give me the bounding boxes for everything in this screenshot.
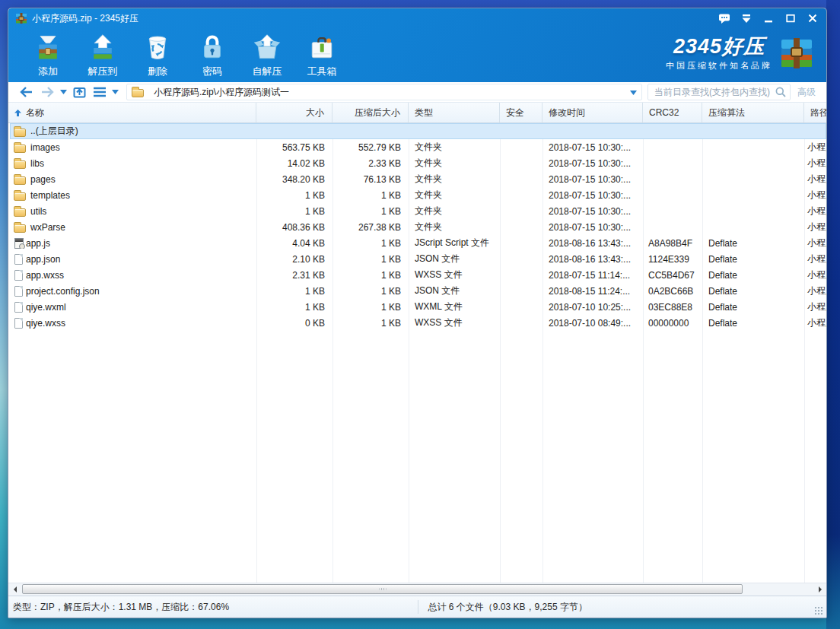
table-row[interactable]: libs 14.02 KB 2.33 KB 文件夹 2018-07-15 10:… [10, 155, 826, 171]
add-button[interactable]: 添加 [21, 32, 75, 78]
table-row[interactable]: wxParse 408.36 KB 267.38 KB 文件夹 2018-07-… [10, 219, 826, 235]
packed-size: 1 KB [332, 238, 409, 249]
delete-button[interactable]: 删除 [130, 32, 185, 78]
history-dropdown-icon[interactable] [60, 84, 67, 100]
table-row[interactable]: project.config.json 1 KB 1 KB JSON 文件 20… [10, 283, 826, 299]
modified-time: 2018-07-15 10:30:... [542, 222, 643, 233]
table-row[interactable]: images 563.75 KB 552.79 KB 文件夹 2018-07-1… [10, 139, 826, 155]
folder-icon [14, 224, 26, 233]
view-dropdown-icon[interactable] [112, 84, 119, 100]
column-header-modified[interactable]: 修改时间 [542, 103, 643, 122]
file-path: 小程序源 [804, 316, 826, 329]
file-type: 文件夹 [409, 157, 500, 170]
scroll-right-icon[interactable] [813, 583, 826, 596]
file-type: WXSS 文件 [409, 268, 500, 281]
modified-time: 2018-07-15 10:30:... [542, 190, 643, 201]
column-header-crc32[interactable]: CRC32 [643, 103, 702, 122]
scrollbar-track[interactable] [21, 583, 813, 596]
back-icon[interactable] [19, 84, 34, 100]
table-row[interactable]: utils 1 KB 1 KB 文件夹 2018-07-15 10:30:...… [10, 203, 826, 219]
address-dropdown-icon[interactable] [630, 87, 637, 97]
add-archive-icon [32, 33, 64, 63]
forward-icon[interactable] [40, 84, 55, 100]
table-row[interactable]: templates 1 KB 1 KB 文件夹 2018-07-15 10:30… [10, 187, 826, 203]
column-header-size[interactable]: 大小 [256, 103, 332, 122]
file-icon [14, 254, 23, 265]
table-row[interactable]: app.js 4.04 KB 1 KB JScript Script 文件 20… [10, 235, 826, 251]
total-files-text: 总计 6 个文件（9.03 KB，9,255 字节） [418, 601, 815, 614]
packed-size: 267.38 KB [332, 222, 409, 233]
column-header-type[interactable]: 类型 [409, 103, 500, 122]
feedback-icon[interactable] [717, 11, 732, 25]
password-lock-icon [196, 33, 228, 63]
file-icon [14, 270, 23, 281]
table-row[interactable]: ..(上层目录) [10, 123, 826, 139]
address-path: 小程序源码.zip\小程序源码测试一 [154, 86, 289, 99]
column-header-row: 名称 大小 压缩后大小 类型 安全 修改时间 CRC32 压缩算法 路径 [8, 103, 826, 123]
table-row[interactable]: app.json 2.10 KB 1 KB JSON 文件 2018-08-16… [10, 251, 826, 267]
modified-time: 2018-07-15 10:30:... [542, 174, 643, 185]
file-path: 小程序源 [804, 157, 826, 170]
minimize-icon[interactable] [761, 11, 776, 25]
horizontal-scrollbar[interactable] [8, 583, 826, 596]
skin-menu-icon[interactable] [739, 11, 754, 25]
resize-grip[interactable] [814, 606, 824, 616]
view-list-icon[interactable] [93, 84, 107, 100]
column-header-method[interactable]: 压缩算法 [702, 103, 804, 122]
file-size: 1 KB [256, 286, 332, 297]
column-header-packed-size[interactable]: 压缩后大小 [332, 103, 409, 122]
app-archive-icon [15, 12, 27, 24]
brand-logo: 2345好压 中国压缩软件知名品牌 [666, 35, 814, 71]
advanced-search-button[interactable]: 高级 [796, 84, 820, 100]
self-extract-button[interactable]: 自解压 [240, 32, 294, 78]
file-type: 文件夹 [409, 189, 500, 202]
maximize-icon[interactable] [783, 11, 798, 25]
crc32-value: 0A2BC66B [643, 286, 702, 297]
toolbar: 添加 解压到 [8, 28, 826, 82]
close-icon[interactable] [805, 11, 820, 25]
crc32-value: CC5B4D67 [643, 270, 702, 281]
table-row[interactable]: qiye.wxss 0 KB 1 KB WXSS 文件 2018-07-10 0… [10, 315, 826, 331]
self-extract-label: 自解压 [253, 65, 282, 78]
column-header-security[interactable]: 安全 [500, 103, 542, 122]
file-size: 408.36 KB [256, 222, 332, 233]
toolbox-button[interactable]: 工具箱 [294, 32, 349, 78]
scroll-left-icon[interactable] [8, 583, 21, 596]
table-row[interactable]: app.wxss 2.31 KB 1 KB WXSS 文件 2018-07-15… [10, 267, 826, 283]
password-button[interactable]: 密码 [185, 32, 240, 78]
table-row[interactable]: pages 348.20 KB 76.13 KB 文件夹 2018-07-15 … [10, 171, 826, 187]
extract-to-button[interactable]: 解压到 [75, 32, 130, 78]
packed-size: 1 KB [332, 318, 409, 329]
password-label: 密码 [202, 65, 222, 78]
file-path: 小程序源 [804, 300, 826, 313]
column-header-name[interactable]: 名称 [10, 103, 256, 122]
file-list: ..(上层目录) images 563.75 KB 552.79 KB 文件夹 … [8, 123, 826, 583]
search-icon[interactable] [775, 84, 787, 100]
packed-size: 76.13 KB [332, 174, 409, 185]
add-label: 添加 [38, 65, 58, 78]
folder-icon [132, 89, 144, 97]
folder-icon [14, 129, 26, 137]
file-size: 2.31 KB [256, 270, 332, 281]
column-header-path[interactable]: 路径 [804, 103, 827, 122]
file-type: JSON 文件 [409, 284, 500, 297]
file-path: 小程序源 [804, 221, 826, 233]
extract-to-label: 解压到 [88, 65, 118, 78]
file-name: qiye.wxml [26, 302, 66, 313]
search-input[interactable] [654, 87, 775, 97]
file-name: images [30, 142, 60, 153]
file-size: 2.10 KB [256, 254, 332, 265]
file-size: 1 KB [256, 190, 332, 201]
compress-method: Deflate [702, 238, 804, 249]
scrollbar-thumb[interactable] [22, 584, 743, 594]
file-path: 小程序源 [804, 189, 826, 202]
up-folder-icon[interactable] [72, 84, 88, 100]
table-row[interactable]: qiye.wxml 1 KB 1 KB WXML 文件 2018-07-10 1… [10, 299, 826, 315]
file-type: 文件夹 [409, 221, 500, 233]
window-header: 小程序源码.zip - 2345好压 [8, 8, 826, 82]
file-type: WXSS 文件 [409, 316, 500, 329]
folder-icon [14, 160, 26, 169]
file-name: project.config.json [26, 286, 100, 297]
address-bar[interactable]: 小程序源码.zip\小程序源码测试一 [126, 84, 642, 100]
packed-size: 1 KB [332, 206, 409, 217]
